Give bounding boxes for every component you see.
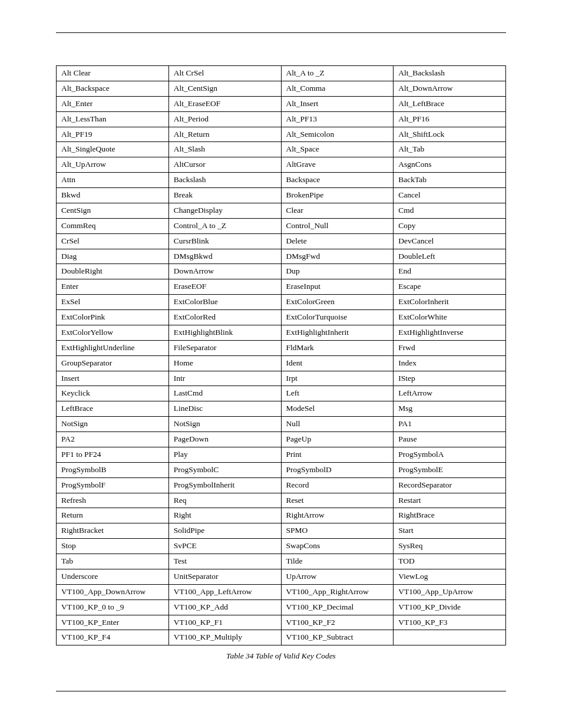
key-code-cell: ExtHighlightInverse [394, 325, 506, 340]
key-code-cell: NotSign [57, 417, 169, 432]
key-code-cell: VT100_KP_F1 [168, 615, 281, 630]
key-code-cell: RightBrace [394, 508, 506, 523]
key-code-cell: Tilde [281, 554, 394, 569]
key-code-cell: RecordSeparator [394, 477, 506, 493]
table-row: Alt_BackspaceAlt_CentSignAlt_CommaAlt_Do… [57, 81, 506, 96]
table-row: DiagDMsgBkwdDMsgFwdDoubleLeft [57, 249, 506, 264]
key-code-cell: VT100_KP_0 to _9 [57, 599, 169, 615]
table-row: NotSignNotSignNullPA1 [57, 417, 506, 432]
table-row: StopSvPCESwapConsSysReq [57, 539, 506, 554]
key-code-cell: ProgSymbolA [394, 447, 506, 462]
key-code-cell: Enter [57, 279, 169, 295]
key-code-cell: Irpt [281, 371, 394, 386]
key-code-cell: VT100_App_LeftArrow [168, 584, 281, 599]
key-code-cell: VT100_App_RightArrow [281, 584, 394, 599]
key-code-cell: VT100_KP_F4 [57, 630, 169, 645]
key-code-cell: CommReq [57, 218, 169, 233]
key-code-cell: VT100_App_UpArrow [394, 584, 506, 599]
key-code-cell: Alt_Period [168, 111, 281, 127]
key-code-cell: Alt_Insert [281, 96, 394, 111]
key-code-cell: ExtHighlightUnderline [57, 340, 169, 355]
key-code-cell: AsgnCons [394, 157, 506, 173]
key-code-cell: Home [168, 355, 281, 371]
key-code-cell: Insert [57, 371, 169, 386]
key-code-cell: Alt_A to _Z [281, 66, 394, 81]
key-code-cell: Alt_Enter [57, 96, 169, 111]
table-row: ReturnRightRightArrowRightBrace [57, 508, 506, 523]
key-code-cell: Msg [394, 401, 506, 417]
key-code-cell: ModeSel [281, 401, 394, 417]
key-code-cell: Reset [281, 493, 394, 508]
key-code-cell: BackTab [394, 173, 506, 188]
table-row: Alt_UpArrowAltCursorAltGraveAsgnCons [57, 157, 506, 173]
table-row: TabTestTildeTOD [57, 554, 506, 569]
key-code-cell: Escape [394, 279, 506, 295]
key-code-cell: Test [168, 554, 281, 569]
key-code-cell: Frwd [394, 340, 506, 355]
key-code-cell: Alt_Tab [394, 142, 506, 157]
key-code-cell: NotSign [168, 417, 281, 432]
key-code-cell: DMsgBkwd [168, 249, 281, 264]
table-row: CentSignChangeDisplayClearCmd [57, 203, 506, 218]
key-code-cell: Delete [281, 233, 394, 249]
key-code-cell: VT100_KP_Multiply [168, 630, 281, 645]
key-code-cell: Pause [394, 432, 506, 447]
table-row: DoubleRightDownArrowDupEnd [57, 264, 506, 279]
key-code-cell: CrSel [57, 233, 169, 249]
key-code-cell: DMsgFwd [281, 249, 394, 264]
key-code-cell: Control_Null [281, 218, 394, 233]
key-code-cell: Underscore [57, 569, 169, 584]
key-code-cell: Tab [57, 554, 169, 569]
key-code-cell: Break [168, 188, 281, 203]
table-row: PF1 to PF24PlayPrintProgSymbolA [57, 447, 506, 462]
key-code-cell: DownArrow [168, 264, 281, 279]
key-code-cell: BrokenPipe [281, 188, 394, 203]
table-row: BkwdBreakBrokenPipeCancel [57, 188, 506, 203]
key-code-cell: LastCmd [168, 386, 281, 401]
key-code-cell: AltCursor [168, 157, 281, 173]
key-code-cell: Control_A to _Z [168, 218, 281, 233]
key-code-cell: SPMO [281, 523, 394, 539]
key-code-cell: Alt_Semicolon [281, 127, 394, 142]
key-code-cell: Dup [281, 264, 394, 279]
key-code-cell: Cancel [394, 188, 506, 203]
key-code-cell: Return [57, 508, 169, 523]
table-row: Alt ClearAlt CrSelAlt_A to _ZAlt_Backsla… [57, 66, 506, 81]
key-code-cell: PA2 [57, 432, 169, 447]
key-code-cell: Restart [394, 493, 506, 508]
table-row: Alt_PF19Alt_ReturnAlt_SemicolonAlt_Shift… [57, 127, 506, 142]
table-row: RightBracketSolidPipeSPMOStart [57, 523, 506, 539]
key-code-cell: Alt_Slash [168, 142, 281, 157]
key-code-cell: ExtColorPink [57, 310, 169, 325]
key-code-cell: ProgSymbolInherit [168, 477, 281, 493]
table-row: CommReqControl_A to _ZControl_NullCopy [57, 218, 506, 233]
key-code-cell: VT100_KP_Divide [394, 599, 506, 615]
key-code-cell: VT100_KP_F3 [394, 615, 506, 630]
key-code-cell: Intr [168, 371, 281, 386]
bottom-horizontal-rule [56, 691, 506, 691]
table-row: ProgSymbolBProgSymbolCProgSymbolDProgSym… [57, 462, 506, 477]
table-row: LeftBraceLineDiscModeSelMsg [57, 401, 506, 417]
key-code-cell: ProgSymbolB [57, 462, 169, 477]
key-code-cell: SolidPipe [168, 523, 281, 539]
key-code-cell: Ident [281, 355, 394, 371]
key-code-cell: UnitSeparator [168, 569, 281, 584]
key-code-cell: UpArrow [281, 569, 394, 584]
table-row: ExtColorYellowExtHighlightBlinkExtHighli… [57, 325, 506, 340]
table-row: ExtHighlightUnderlineFileSeparatorFldMar… [57, 340, 506, 355]
key-code-cell: Print [281, 447, 394, 462]
table-caption: Table 34 Table of Valid Key Codes [56, 651, 506, 661]
key-code-cell: SvPCE [168, 539, 281, 554]
document-page: Alt ClearAlt CrSelAlt_A to _ZAlt_Backsla… [0, 0, 562, 728]
table-row: Alt_EnterAlt_EraseEOFAlt_InsertAlt_LeftB… [57, 96, 506, 111]
table-row: InsertIntrIrptIStep [57, 371, 506, 386]
key-code-cell: ChangeDisplay [168, 203, 281, 218]
key-code-cell: ExtColorYellow [57, 325, 169, 340]
table-row: GroupSeparatorHomeIdentIndex [57, 355, 506, 371]
key-code-cell: Alt CrSel [168, 66, 281, 81]
key-code-cell: Alt_DownArrow [394, 81, 506, 96]
table-row: ExtColorPinkExtColorRedExtColorTurquoise… [57, 310, 506, 325]
key-code-cell: DoubleRight [57, 264, 169, 279]
key-code-cell: Alt_Return [168, 127, 281, 142]
key-code-cell: CentSign [57, 203, 169, 218]
